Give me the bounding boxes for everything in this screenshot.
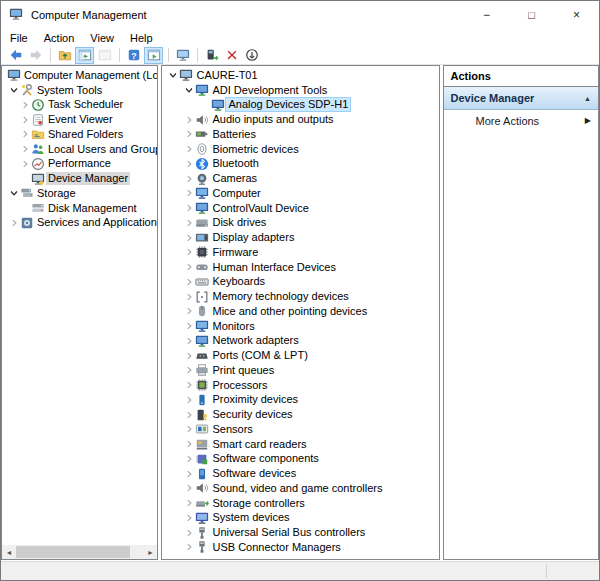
expand-chevron-icon[interactable]: [183, 277, 195, 287]
help-button[interactable]: ?: [124, 47, 143, 64]
tree-item-label[interactable]: ControlVault Device: [210, 202, 310, 215]
horizontal-scrollbar[interactable]: ◄ ►: [2, 545, 157, 559]
expand-chevron-icon[interactable]: [183, 218, 195, 228]
scan-hardware-button[interactable]: [173, 47, 192, 64]
menu-file[interactable]: File: [8, 32, 36, 44]
tree-item-system-tools[interactable]: System Tools: [2, 83, 157, 98]
tree-item-bluetooth[interactable]: Bluetooth: [162, 157, 438, 172]
tree-item-processors[interactable]: Processors: [162, 378, 438, 393]
expand-chevron-icon[interactable]: [19, 100, 31, 110]
tree-item-label[interactable]: Network adapters: [210, 334, 300, 347]
menu-view[interactable]: View: [88, 32, 122, 44]
show-console-tree-button[interactable]: [75, 47, 94, 64]
collapse-section-icon[interactable]: ▲: [584, 95, 591, 102]
collapse-chevron-icon[interactable]: [167, 70, 179, 80]
tree-item-label[interactable]: Shared Folders: [46, 128, 125, 141]
disable-device-button[interactable]: [242, 47, 261, 64]
tree-item-analog-devices-sdp-h1[interactable]: Analog Devices SDP-H1: [162, 98, 438, 113]
tree-item-label[interactable]: Ports (COM & LPT): [210, 349, 309, 362]
expand-chevron-icon[interactable]: [183, 454, 195, 464]
tree-item-label[interactable]: Monitors: [210, 320, 256, 333]
expand-chevron-icon[interactable]: [183, 483, 195, 493]
minimize-button[interactable]: −: [464, 1, 509, 29]
expand-chevron-icon[interactable]: [183, 247, 195, 257]
tree-item-label[interactable]: Sound, video and game controllers: [210, 482, 384, 495]
tree-item-print-queues[interactable]: Print queues: [162, 363, 438, 378]
tree-item-sound-video-and-game-controllers[interactable]: Sound, video and game controllers: [162, 481, 438, 496]
tree-item-label[interactable]: Batteries: [210, 128, 257, 141]
tree-item-label[interactable]: Firmware: [210, 246, 260, 259]
expand-chevron-icon[interactable]: [19, 129, 31, 139]
expand-chevron-icon[interactable]: [19, 159, 31, 169]
expand-chevron-icon[interactable]: [183, 365, 195, 375]
close-button[interactable]: ×: [554, 1, 599, 29]
tree-item-system-devices[interactable]: System devices: [162, 511, 438, 526]
tree-item-memory-technology-devices[interactable]: Memory technology devices: [162, 289, 438, 304]
tree-item-label[interactable]: Computer Management (Local: [22, 69, 158, 82]
tree-item-adi-development-tools[interactable]: ADI Development Tools: [162, 83, 438, 98]
tree-item-label[interactable]: Security devices: [210, 408, 294, 421]
scroll-right-arrow-icon[interactable]: ►: [143, 545, 157, 559]
tree-item-mice-and-other-pointing-devices[interactable]: Mice and other pointing devices: [162, 304, 438, 319]
tree-item-disk-drives[interactable]: Disk drives: [162, 216, 438, 231]
tree-item-sensors[interactable]: Sensors: [162, 422, 438, 437]
tree-item-label[interactable]: Analog Devices SDP-H1: [226, 98, 350, 111]
expand-chevron-icon[interactable]: [183, 351, 195, 361]
tree-item-software-devices[interactable]: Software devices: [162, 466, 438, 481]
expand-chevron-icon[interactable]: [183, 203, 195, 213]
tree-item-firmware[interactable]: Firmware: [162, 245, 438, 260]
tree-item-services-and-applications[interactable]: Services and Applications: [2, 216, 157, 231]
expand-chevron-icon[interactable]: [183, 159, 195, 169]
tree-item-ports-com-lpt[interactable]: Ports (COM & LPT): [162, 348, 438, 363]
tree-item-label[interactable]: Performance: [46, 157, 113, 170]
tree-item-label[interactable]: Storage controllers: [210, 497, 306, 510]
uninstall-device-button[interactable]: [222, 47, 241, 64]
tree-item-controlvault-device[interactable]: ControlVault Device: [162, 201, 438, 216]
tree-item-label[interactable]: Storage: [35, 187, 78, 200]
tree-item-cameras[interactable]: Cameras: [162, 171, 438, 186]
tree-item-label[interactable]: Audio inputs and outputs: [210, 113, 335, 126]
tree-item-label[interactable]: Computer: [210, 187, 262, 200]
expand-chevron-icon[interactable]: [183, 424, 195, 434]
tree-item-storage-controllers[interactable]: Storage controllers: [162, 496, 438, 511]
tree-item-label[interactable]: Disk Management: [46, 202, 139, 215]
expand-chevron-icon[interactable]: [183, 129, 195, 139]
collapse-chevron-icon[interactable]: [8, 188, 20, 198]
expand-chevron-icon[interactable]: [183, 469, 195, 479]
back-button[interactable]: [6, 47, 25, 64]
tree-item-universal-serial-bus-controllers[interactable]: Universal Serial Bus controllers: [162, 525, 438, 540]
tree-item-label[interactable]: Sensors: [210, 423, 254, 436]
menu-help[interactable]: Help: [128, 32, 161, 44]
tree-item-label[interactable]: Biometric devices: [210, 143, 300, 156]
tree-item-storage[interactable]: Storage: [2, 186, 157, 201]
expand-chevron-icon[interactable]: [183, 321, 195, 331]
expand-chevron-icon[interactable]: [183, 115, 195, 125]
tree-item-label[interactable]: Services and Applications: [35, 216, 158, 229]
expand-chevron-icon[interactable]: [183, 528, 195, 538]
expand-chevron-icon[interactable]: [183, 306, 195, 316]
expand-chevron-icon[interactable]: [8, 218, 20, 228]
tree-item-keyboards[interactable]: Keyboards: [162, 275, 438, 290]
tree-item-label[interactable]: Local Users and Groups: [46, 143, 158, 156]
tree-item-label[interactable]: Device Manager: [46, 172, 130, 185]
tree-item-label[interactable]: Keyboards: [210, 275, 267, 288]
update-driver-button[interactable]: [202, 47, 221, 64]
tree-item-smart-card-readers[interactable]: Smart card readers: [162, 437, 438, 452]
tree-item-biometric-devices[interactable]: Biometric devices: [162, 142, 438, 157]
menu-action[interactable]: Action: [42, 32, 83, 44]
tree-item-label[interactable]: USB Connector Managers: [210, 541, 342, 554]
tree-item-label[interactable]: Display adapters: [210, 231, 296, 244]
tree-item-event-viewer[interactable]: Event Viewer: [2, 112, 157, 127]
expand-chevron-icon[interactable]: [183, 380, 195, 390]
expand-chevron-icon[interactable]: [183, 188, 195, 198]
tree-item-label[interactable]: Processors: [210, 379, 269, 392]
tree-item-computer-management-local[interactable]: Computer Management (Local: [2, 68, 157, 83]
tree-item-usb-connector-managers[interactable]: USB Connector Managers: [162, 540, 438, 555]
expand-chevron-icon[interactable]: [183, 498, 195, 508]
show-action-pane-button[interactable]: [144, 47, 163, 64]
expand-chevron-icon[interactable]: [183, 439, 195, 449]
scrollbar-track[interactable]: [16, 545, 143, 559]
tree-item-shared-folders[interactable]: Shared Folders: [2, 127, 157, 142]
tree-item-label[interactable]: Bluetooth: [210, 157, 260, 170]
tree-item-proximity-devices[interactable]: Proximity devices: [162, 393, 438, 408]
